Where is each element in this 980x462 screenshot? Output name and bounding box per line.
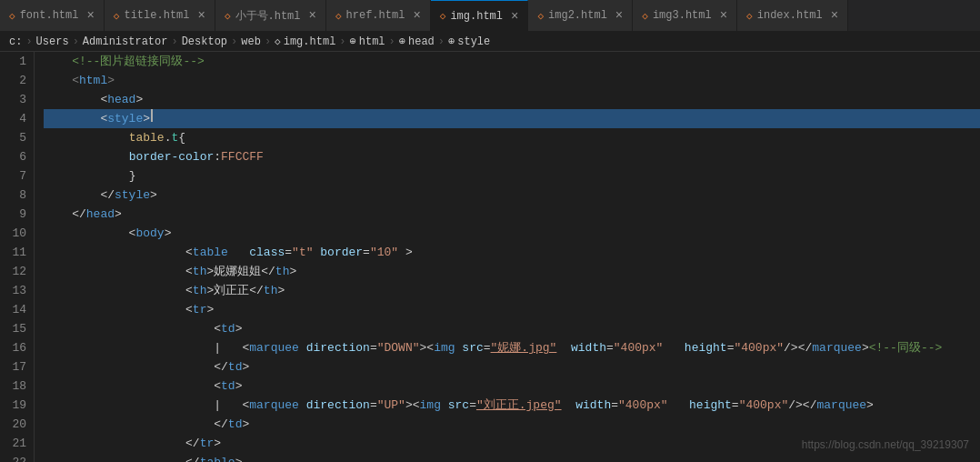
tab-xiaoyuhao[interactable]: ◇ 小于号.html × — [215, 0, 326, 32]
breadcrumb: c: › Users › Administrator › Desktop › w… — [0, 32, 980, 52]
line-numbers: 1 2 3 4 5 6 7 8 9 10 11 12 13 14 15 16 1… — [0, 52, 35, 462]
bc-style: style — [457, 35, 490, 48]
code-line-5: table.t{ — [44, 128, 980, 147]
tab-bar: ◇ font.html × ◇ title.html × ◇ 小于号.html … — [0, 0, 980, 32]
tab-label-font: font.html — [20, 9, 79, 22]
tab-icon-xiaoyuhao: ◇ — [225, 10, 231, 22]
tab-label-href: href.html — [346, 9, 405, 22]
bc-html: html — [359, 35, 385, 48]
code-line-12: <th>妮娜姐姐</th> — [44, 262, 980, 281]
bc-head: head — [408, 35, 435, 48]
tab-close-href[interactable]: × — [413, 8, 420, 23]
code-line-13: <th>刘正正</th> — [44, 281, 980, 300]
tab-icon-title: ◇ — [114, 10, 120, 22]
tab-close-img3[interactable]: × — [720, 8, 727, 23]
tab-icon-img2: ◇ — [537, 10, 544, 22]
tab-close-img[interactable]: × — [511, 9, 518, 24]
code-line-8: </style> — [44, 186, 980, 205]
tab-index[interactable]: ◇ index.html × — [737, 0, 848, 32]
tab-font[interactable]: ◇ font.html × — [0, 0, 105, 32]
code-line-1: <!--图片超链接同级--> — [44, 52, 980, 71]
tab-icon-href: ◇ — [335, 10, 342, 22]
bc-users: Users — [36, 35, 69, 48]
bc-html-icon: ⊕ — [350, 35, 356, 48]
bc-administrator: Administrator — [83, 35, 168, 48]
code-line-20: </td> — [44, 415, 980, 434]
code-line-6: border-color:FFCCFF — [44, 147, 980, 166]
tab-label-title: title.html — [124, 9, 189, 22]
bc-style-icon: ⊕ — [448, 35, 455, 48]
tab-label-img2: img2.html — [548, 9, 607, 22]
bc-head-icon: ⊕ — [399, 35, 405, 48]
tab-close-img2[interactable]: × — [615, 8, 623, 23]
code-line-4: <style> — [44, 109, 980, 128]
tab-close-index[interactable]: × — [831, 8, 838, 23]
comment-1: <!--图片超链接同级--> — [44, 52, 205, 71]
code-line-15: <td> — [44, 319, 980, 338]
tab-title[interactable]: ◇ title.html × — [105, 0, 215, 32]
bc-c: c: — [9, 35, 22, 48]
tab-href[interactable]: ◇ href.html × — [326, 0, 431, 32]
tab-icon-index: ◇ — [746, 10, 753, 22]
tab-label-img3: img3.html — [653, 9, 712, 22]
code-line-18: <td> — [44, 377, 980, 396]
tab-img3[interactable]: ◇ img3.html × — [633, 0, 737, 32]
tab-icon-img: ◇ — [440, 10, 446, 22]
tab-img[interactable]: ◇ img.html × — [431, 0, 529, 32]
bc-desktop: Desktop — [182, 35, 227, 48]
code-line-14: <tr> — [44, 300, 980, 319]
watermark: https://blog.csdn.net/qq_39219307 — [802, 436, 969, 455]
bc-imghtml: img.html — [284, 35, 336, 48]
code-line-7: } — [44, 166, 980, 186]
code-line-2: <html> — [44, 71, 980, 90]
code-line-17: </td> — [44, 357, 980, 377]
text-cursor — [151, 109, 153, 122]
editor: 1 2 3 4 5 6 7 8 9 10 11 12 13 14 15 16 1… — [0, 52, 980, 462]
bc-file-icon: ◇ — [275, 35, 281, 47]
tab-close-title[interactable]: × — [197, 8, 205, 23]
code-area[interactable]: <!--图片超链接同级--> <html> <head> <style> tab… — [35, 52, 980, 462]
code-line-9: </head> — [44, 205, 980, 224]
code-line-16: | <marquee direction="DOWN"><img src="妮娜… — [44, 338, 980, 357]
tab-label-xiaoyuhao: 小于号.html — [235, 8, 301, 24]
code-line-11: <table class="t" border="10" > — [44, 243, 980, 262]
code-line-3: <head> — [44, 90, 980, 109]
bc-web: web — [241, 35, 261, 48]
tab-close-xiaoyuhao[interactable]: × — [309, 8, 316, 23]
tab-img2[interactable]: ◇ img2.html × — [528, 0, 633, 32]
tab-label-index: index.html — [757, 9, 823, 22]
tab-label-img: img.html — [450, 10, 503, 23]
code-line-10: <body> — [44, 224, 980, 243]
tab-close-font[interactable]: × — [86, 8, 94, 23]
code-line-19: | <marquee direction="UP"><img src="刘正正.… — [44, 396, 980, 415]
tab-icon-img3: ◇ — [642, 10, 648, 22]
tab-icon-font: ◇ — [9, 10, 15, 22]
